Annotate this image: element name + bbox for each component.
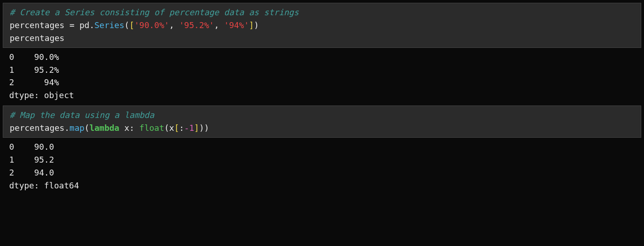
output-line: 1 95.2 — [9, 155, 54, 164]
code-token: percentages — [10, 123, 64, 133]
output-dtype: dtype: float64 — [9, 181, 79, 190]
output-line: 0 90.0 — [9, 142, 54, 152]
code-token: : — [179, 123, 184, 133]
code-token: = — [64, 20, 80, 30]
code-token: [ — [174, 123, 179, 133]
output-cell: 0 90.0 1 95.2 2 94.0 dtype: float64 — [3, 138, 641, 193]
code-cell[interactable]: # Create a Series consisting of percenta… — [3, 3, 641, 48]
code-token: ) — [254, 20, 259, 30]
code-token: float — [139, 123, 164, 133]
output-dtype: dtype: object — [9, 90, 74, 100]
output-line: 2 94.0 — [9, 168, 54, 177]
code-token: percentages — [10, 20, 64, 30]
code-token: ) — [199, 123, 204, 133]
code-token: ] — [249, 20, 254, 30]
code-token: ) — [204, 123, 209, 133]
code-token: ( — [85, 123, 90, 133]
code-token: '94%' — [224, 20, 249, 30]
code-token: , — [214, 20, 224, 30]
code-comment: # Create a Series consisting of percenta… — [10, 7, 299, 17]
code-token: , — [169, 20, 179, 30]
code-token: ] — [194, 123, 199, 133]
code-cell[interactable]: # Map the data using a lambda percentage… — [3, 105, 641, 138]
code-token: x — [169, 123, 174, 133]
code-token: . — [89, 20, 94, 30]
code-token: pd — [80, 20, 90, 30]
code-token: - — [184, 123, 189, 133]
code-token: ( — [124, 20, 129, 30]
code-token: ( — [164, 123, 169, 133]
output-line: 1 95.2% — [9, 65, 59, 75]
output-line: 0 90.0% — [9, 52, 59, 62]
output-cell: 0 90.0% 1 95.2% 2 94% dtype: object — [3, 48, 641, 103]
output-line: 2 94% — [9, 77, 59, 87]
code-token: . — [64, 123, 69, 133]
code-token: x: — [119, 123, 139, 133]
code-token: percentages — [10, 33, 64, 43]
code-token: lambda — [89, 123, 119, 133]
code-token: '90.0%' — [134, 20, 169, 30]
code-token: Series — [94, 20, 124, 30]
code-token: map — [69, 123, 85, 133]
code-token: '95.2%' — [179, 20, 214, 30]
code-token: 1 — [189, 123, 194, 133]
code-comment: # Map the data using a lambda — [10, 110, 154, 120]
code-token: [ — [129, 20, 134, 30]
